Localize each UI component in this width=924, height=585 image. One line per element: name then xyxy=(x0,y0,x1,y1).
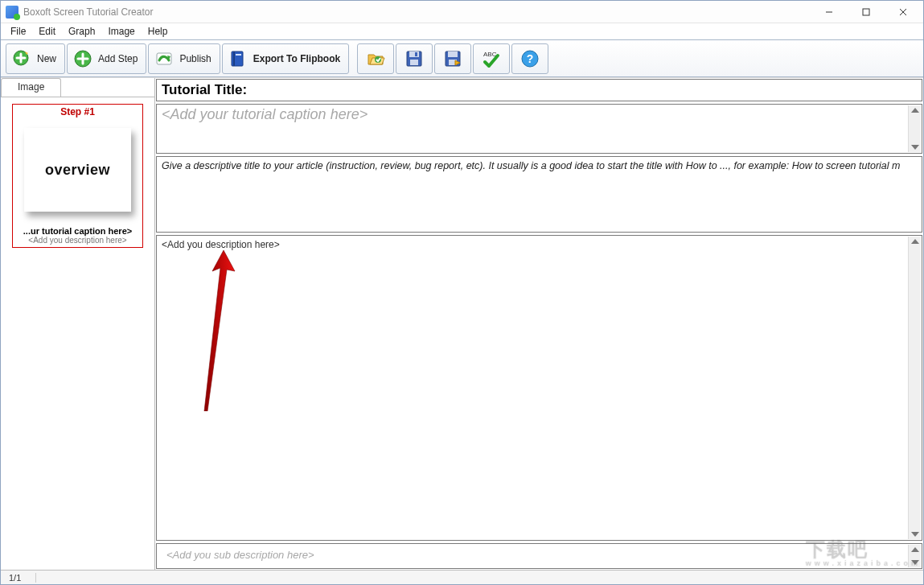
spellcheck-button[interactable]: ABC xyxy=(473,43,510,74)
folder-open-icon xyxy=(365,48,386,69)
export-label: Export To Flipbook xyxy=(253,53,340,64)
publish-button[interactable]: Publish xyxy=(148,43,220,74)
tutorial-title-label: Tutorial Title: xyxy=(162,82,247,98)
scroll-up-icon xyxy=(911,239,919,244)
menu-graph[interactable]: Graph xyxy=(62,24,101,39)
window-title: Boxoft Screen Tutorial Creator xyxy=(23,6,153,18)
flipbook-icon xyxy=(228,48,248,69)
sidebar-body: Step #1 overview ...ur tutorial caption … xyxy=(1,97,154,570)
editor-area: Tutorial Title: <Add your tutorial capti… xyxy=(155,78,923,570)
svg-rect-6 xyxy=(236,54,241,56)
status-page: 1/1 xyxy=(4,573,36,583)
main-area: Image Step #1 overview ...ur tutorial ca… xyxy=(1,77,923,570)
svg-text:?: ? xyxy=(527,52,534,65)
description-input[interactable]: <Add you description here> xyxy=(156,235,922,541)
save-as-button[interactable] xyxy=(434,43,471,74)
annotation-arrow xyxy=(195,250,243,411)
publish-label: Publish xyxy=(179,53,211,64)
help-icon: ? xyxy=(519,48,540,69)
hint-panel: Give a descriptive title to your article… xyxy=(156,156,922,233)
help-button[interactable]: ? xyxy=(511,43,548,74)
maximize-button[interactable] xyxy=(848,1,885,23)
new-label: New xyxy=(37,53,56,64)
subdescription-input[interactable]: <Add you sub description here> xyxy=(156,543,922,569)
save-icon xyxy=(404,48,425,69)
scroll-down-icon xyxy=(911,532,919,537)
description-placeholder: <Add you description here> xyxy=(162,239,917,250)
export-flipbook-button[interactable]: Export To Flipbook xyxy=(222,43,349,74)
caption-scrollbar[interactable] xyxy=(908,105,921,152)
step-thumbnail[interactable]: Step #1 overview ...ur tutorial caption … xyxy=(12,104,143,248)
subdesc-scrollbar[interactable] xyxy=(908,545,921,567)
subdescription-placeholder: <Add you sub description here> xyxy=(162,547,917,562)
svg-rect-5 xyxy=(233,51,235,66)
menu-help[interactable]: Help xyxy=(142,24,175,39)
scroll-down-icon xyxy=(911,560,919,565)
publish-icon xyxy=(154,48,175,69)
svg-rect-9 xyxy=(409,51,419,57)
menu-image[interactable]: Image xyxy=(101,24,141,39)
step-desc-truncated: <Add you description here> xyxy=(13,236,142,247)
svg-rect-10 xyxy=(410,60,418,65)
step-caption-truncated: ...ur tutorial caption here> xyxy=(13,226,142,236)
add-step-icon xyxy=(72,48,93,69)
menu-edit[interactable]: Edit xyxy=(32,24,62,39)
svg-rect-0 xyxy=(863,9,869,15)
svg-rect-13 xyxy=(448,51,458,57)
step-title: Step #1 xyxy=(13,105,142,118)
title-bar: Boxoft Screen Tutorial Creator xyxy=(1,1,923,23)
menu-bar: File Edit Graph Image Help xyxy=(1,23,923,39)
scroll-up-icon xyxy=(911,547,919,552)
sidebar: Image Step #1 overview ...ur tutorial ca… xyxy=(1,78,155,570)
tutorial-title-panel: Tutorial Title: xyxy=(156,79,922,101)
status-bar: 1/1 xyxy=(1,570,923,584)
app-icon xyxy=(6,6,18,19)
sidebar-tab-image[interactable]: Image xyxy=(1,78,61,97)
caption-input[interactable]: <Add your tutorial caption here> xyxy=(156,104,922,154)
save-as-icon xyxy=(442,48,463,69)
add-step-button[interactable]: Add Step xyxy=(67,43,146,74)
save-button[interactable] xyxy=(396,43,433,74)
description-scrollbar[interactable] xyxy=(908,237,921,539)
add-step-label: Add Step xyxy=(98,53,138,64)
new-button[interactable]: New xyxy=(6,43,65,74)
caption-placeholder: <Add your tutorial caption here> xyxy=(157,105,922,125)
scroll-up-icon xyxy=(911,108,919,113)
svg-rect-11 xyxy=(415,52,417,56)
menu-file[interactable]: File xyxy=(4,24,32,39)
open-folder-button[interactable] xyxy=(357,43,394,74)
hint-text: Give a descriptive title to your article… xyxy=(162,160,900,171)
close-button[interactable] xyxy=(885,1,922,23)
spellcheck-icon: ABC xyxy=(481,48,502,69)
step-image: overview xyxy=(24,128,131,212)
new-icon xyxy=(11,48,32,69)
toolbar: New Add Step Publish Export To Flipbook xyxy=(1,39,923,77)
sidebar-tabs: Image xyxy=(1,78,154,97)
minimize-button[interactable] xyxy=(811,1,848,23)
scroll-down-icon xyxy=(911,145,919,150)
